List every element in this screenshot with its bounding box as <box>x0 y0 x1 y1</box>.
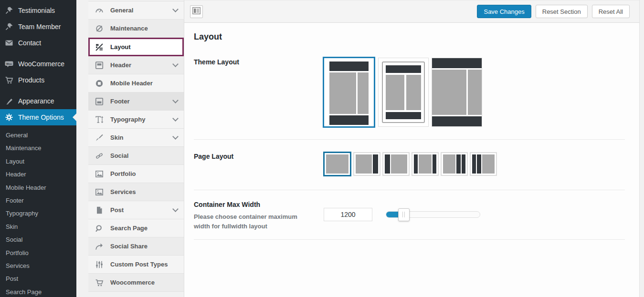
container-max-width-slider[interactable] <box>386 211 480 218</box>
submenu-item-typography[interactable]: Typography <box>0 207 76 220</box>
tab-label: Maintenance <box>110 25 148 32</box>
submenu-item-services[interactable]: Services <box>0 259 76 272</box>
menu-item-team-member[interactable]: Team Member <box>0 19 76 35</box>
theme-layout-section: Theme Layout <box>194 58 625 139</box>
section-divider <box>194 239 625 240</box>
menu-item-appearance[interactable]: Appearance <box>0 93 76 109</box>
tab-label: Portfolio <box>110 170 136 177</box>
page-layout-section: Page Layout <box>194 140 625 190</box>
submenu-item-mobile-header[interactable]: Mobile Header <box>0 181 76 194</box>
tab-services[interactable]: Services <box>88 183 184 201</box>
page-layout-option-full-width[interactable] <box>323 152 351 176</box>
image-icon <box>95 187 104 197</box>
tab-label: General <box>110 7 133 14</box>
tab-custom-post-types[interactable]: Custom Post Types <box>88 256 184 274</box>
submenu-item-search-page[interactable]: Search Page <box>0 286 76 297</box>
menu-item-products[interactable]: Products <box>0 72 76 88</box>
theme-layout-option-wide[interactable] <box>323 57 375 128</box>
tab-label: Mobile Header <box>110 80 153 87</box>
panel-toggle-button[interactable] <box>190 5 203 18</box>
thumb-sidebar-block <box>414 154 418 174</box>
mail-icon <box>0 38 18 48</box>
cart-icon <box>95 278 104 287</box>
link-icon <box>95 151 104 161</box>
tab-label: Typography <box>110 116 145 123</box>
container-max-width-input[interactable] <box>324 208 372 221</box>
container-max-width-label: Container Max Width <box>194 201 324 208</box>
submenu-item-social[interactable]: Social <box>0 233 76 246</box>
tab-post[interactable]: Post <box>88 201 184 219</box>
pin-icon <box>0 22 18 31</box>
tab-layout[interactable]: Layout <box>88 38 184 56</box>
thumb-content-block <box>482 154 495 174</box>
submenu-item-portfolio[interactable]: Portfolio <box>0 246 76 259</box>
thumb-sidebar-block <box>462 154 465 174</box>
toolbar-actions: Save Changes Reset Section Reset All <box>477 5 630 18</box>
thumb-content-block <box>356 154 372 174</box>
typography-icon <box>95 115 104 124</box>
tab-label: Social <box>110 152 128 159</box>
slider-handle[interactable] <box>398 208 410 221</box>
dashboard-icon <box>95 6 104 15</box>
reset-section-button[interactable]: Reset Section <box>536 5 588 18</box>
thumb-footer <box>329 115 369 125</box>
thumb-content-block <box>443 154 455 174</box>
thumb-footer <box>386 112 421 119</box>
chevron-down-icon <box>172 97 179 103</box>
tab-label: Post <box>110 206 124 214</box>
submenu-item-footer[interactable]: Footer <box>0 194 76 207</box>
tab-mobile-header[interactable]: Mobile Header <box>88 74 184 92</box>
wp-admin-menu-items: TestimonialsTeam MemberContactWooWooComm… <box>0 0 76 125</box>
thumb-sidebar <box>406 75 421 110</box>
menu-item-woocommerce[interactable]: WooWooCommerce <box>0 56 76 72</box>
menu-item-label: Theme Options <box>18 113 64 121</box>
page-layout-option-double-right-sidebar[interactable] <box>441 152 468 176</box>
thumb-content <box>386 75 404 110</box>
page-layout-option-double-left-sidebar[interactable] <box>470 152 497 176</box>
tab-portfolio[interactable]: Portfolio <box>88 165 184 183</box>
thumb-content <box>432 70 466 115</box>
menu-item-label: Testimonials <box>18 7 55 14</box>
current-item-arrow <box>69 113 76 121</box>
tab-maintenance[interactable]: Maintenance <box>88 20 184 38</box>
submenu-item-maintenance[interactable]: Maintenance <box>0 142 76 154</box>
submenu-item-header[interactable]: Header <box>0 168 76 181</box>
theme-layout-option-boxed[interactable] <box>378 58 429 127</box>
save-changes-button[interactable]: Save Changes <box>477 5 531 18</box>
tab-skin[interactable]: Skin <box>88 129 184 147</box>
page-layout-option-right-sidebar[interactable] <box>353 152 380 176</box>
tab-social-share[interactable]: Social Share <box>88 237 184 256</box>
submenu-item-post[interactable]: Post <box>0 272 76 285</box>
scrollbar[interactable] <box>639 0 644 297</box>
thumb-content-block <box>419 154 431 174</box>
layout-builder-icon <box>95 42 104 52</box>
tab-footer[interactable]: Footer <box>88 92 184 111</box>
thumb-sidebar-block <box>472 154 476 174</box>
broom-icon <box>95 133 104 143</box>
tab-search-page[interactable]: Search Page <box>88 219 184 237</box>
tab-social[interactable]: Social <box>88 147 184 165</box>
topbar: Save Changes Reset Section Reset All <box>184 0 644 23</box>
menu-item-theme-options[interactable]: Theme Options <box>0 109 76 125</box>
menu-item-contact[interactable]: Contact <box>0 35 76 51</box>
thumb-sidebar <box>358 72 369 114</box>
tab-typography[interactable]: Typography <box>88 111 184 129</box>
theme-options-tab-list: GeneralMaintenanceLayoutHeaderMobile Hea… <box>88 1 184 297</box>
tab-label: Footer <box>110 98 129 105</box>
tab-woocommerce[interactable]: Woocommerce <box>88 274 184 292</box>
page-layout-option-left-sidebar[interactable] <box>382 152 410 176</box>
menu-separator <box>0 51 76 56</box>
submenu-item-layout[interactable]: Layout <box>0 155 76 168</box>
submenu-item-general[interactable]: General <box>0 129 76 142</box>
theme-layout-option-fullwidth[interactable] <box>432 58 482 127</box>
reset-all-button[interactable]: Reset All <box>592 5 630 18</box>
tab-general[interactable]: General <box>88 1 184 20</box>
tab-header[interactable]: Header <box>88 56 184 74</box>
hidden-icon <box>95 24 104 33</box>
menu-item-testimonials[interactable]: Testimonials <box>0 2 76 19</box>
page-layout-option-both-sidebars[interactable] <box>412 152 439 176</box>
svg-text:Woo: Woo <box>6 62 12 65</box>
menu-item-label: Products <box>18 76 44 84</box>
gear-icon <box>0 113 18 122</box>
submenu-item-skin[interactable]: Skin <box>0 220 76 233</box>
